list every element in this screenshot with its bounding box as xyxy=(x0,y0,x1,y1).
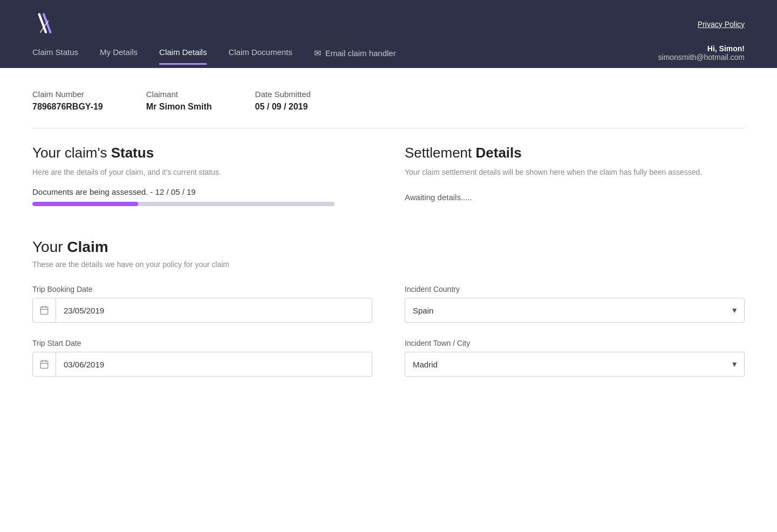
trip-start-date-input-wrapper xyxy=(32,352,372,377)
nav-links: Claim Status My Details Claim Details Cl… xyxy=(32,47,396,65)
trip-start-date-input[interactable] xyxy=(56,354,372,374)
header-top: Privacy Policy xyxy=(32,0,745,44)
trip-booking-date-group: Trip Booking Date xyxy=(32,285,372,323)
header: Privacy Policy Claim Status My Details C… xyxy=(0,0,777,68)
calendar-icon-booking xyxy=(33,298,56,322)
svg-rect-3 xyxy=(40,307,48,315)
trip-start-date-group: Trip Start Date xyxy=(32,339,372,377)
your-claim-description: These are the details we have on your po… xyxy=(32,260,745,269)
incident-country-select-wrapper: Spain France Germany Italy United Kingdo… xyxy=(405,298,745,323)
user-email: simonsmith@hotmail.com xyxy=(658,53,745,62)
settlement-details-section: Settlement Details Your claim settlement… xyxy=(405,145,745,206)
main-nav: Claim Status My Details Claim Details Cl… xyxy=(32,44,745,68)
settlement-description: Your claim settlement details will be sh… xyxy=(405,168,745,176)
claimant-label: Claimant xyxy=(146,90,212,99)
nav-claim-details[interactable]: Claim Details xyxy=(159,47,207,65)
incident-country-select[interactable]: Spain France Germany Italy United Kingdo… xyxy=(405,298,745,323)
incident-town-group: Incident Town / City Madrid Barcelona Se… xyxy=(405,339,745,377)
trip-booking-date-label: Trip Booking Date xyxy=(32,285,372,294)
incident-town-select[interactable]: Madrid Barcelona Seville Valencia xyxy=(405,352,745,377)
nav-claim-status[interactable]: Claim Status xyxy=(32,47,78,65)
incident-country-group: Incident Country Spain France Germany It… xyxy=(405,285,745,323)
nav-my-details[interactable]: My Details xyxy=(100,47,138,65)
user-info: Hi, Simon! simonsmith@hotmail.com xyxy=(658,44,745,68)
date-submitted-item: Date Submitted 05 / 09 / 2019 xyxy=(255,90,311,112)
settlement-title: Settlement Details xyxy=(405,145,745,161)
user-greeting: Hi, Simon! xyxy=(658,44,745,53)
claim-status-description: Here are the details of your claim, and … xyxy=(32,168,372,176)
awaiting-text: Awaiting details..... xyxy=(405,193,745,202)
claimant-value: Mr Simon Smith xyxy=(146,102,212,112)
trip-booking-date-input[interactable] xyxy=(56,301,372,320)
trip-start-date-label: Trip Start Date xyxy=(32,339,372,347)
claim-status-text: Documents are being assessed. - 12 / 05 … xyxy=(32,187,372,196)
trip-booking-date-input-wrapper xyxy=(32,298,372,323)
date-submitted-value: 05 / 09 / 2019 xyxy=(255,102,311,112)
logo xyxy=(32,10,59,39)
incident-country-label: Incident Country xyxy=(405,285,745,294)
your-claim-section: Your Claim These are the details we have… xyxy=(32,238,745,377)
main-content: Claim Number 7896876RBGY-19 Claimant Mr … xyxy=(0,68,777,532)
claim-status-title: Your claim's Status xyxy=(32,145,372,161)
section-divider xyxy=(32,128,745,128)
date-submitted-label: Date Submitted xyxy=(255,90,311,99)
claim-meta: Claim Number 7896876RBGY-19 Claimant Mr … xyxy=(32,90,745,112)
claim-number-label: Claim Number xyxy=(32,90,103,99)
incident-town-select-wrapper: Madrid Barcelona Seville Valencia ▼ xyxy=(405,352,745,377)
mail-icon: ✉ xyxy=(314,48,321,58)
incident-town-label: Incident Town / City xyxy=(405,339,745,347)
progress-bar-background xyxy=(32,202,335,206)
svg-rect-7 xyxy=(40,361,48,369)
privacy-policy-link[interactable]: Privacy Policy xyxy=(698,20,745,29)
claim-number-item: Claim Number 7896876RBGY-19 xyxy=(32,90,103,112)
nav-email-handler[interactable]: ✉ Email claim handler xyxy=(314,48,396,65)
status-settlement-row: Your claim's Status Here are the details… xyxy=(32,145,745,206)
claim-form-grid: Trip Booking Date Incident Countr xyxy=(32,285,745,377)
nav-claim-documents[interactable]: Claim Documents xyxy=(228,47,292,65)
claimant-item: Claimant Mr Simon Smith xyxy=(146,90,212,112)
claim-status-section: Your claim's Status Here are the details… xyxy=(32,145,372,206)
your-claim-title: Your Claim xyxy=(32,238,745,256)
claim-number-value: 7896876RBGY-19 xyxy=(32,102,103,112)
progress-bar-fill xyxy=(32,202,138,206)
calendar-icon-start xyxy=(33,352,56,376)
